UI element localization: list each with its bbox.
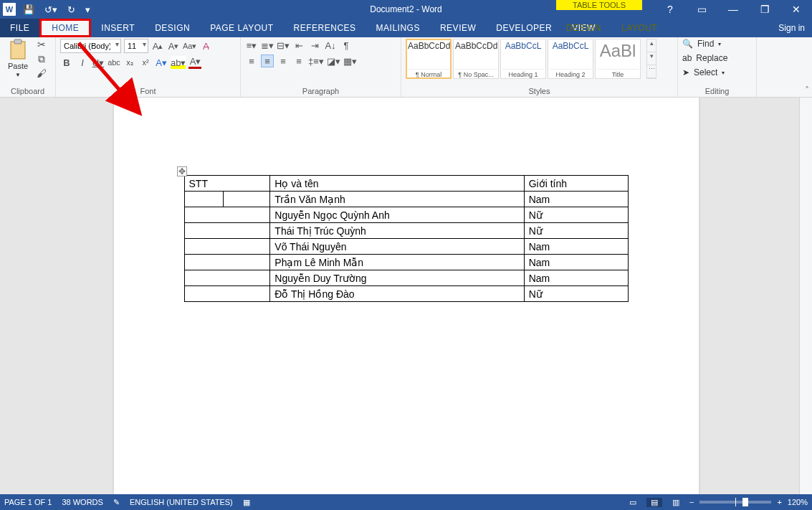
table-cell[interactable] xyxy=(184,270,270,286)
table-cell[interactable] xyxy=(184,239,270,255)
zoom-slider[interactable] xyxy=(699,501,771,504)
table-cell[interactable] xyxy=(184,255,270,270)
style-thumb[interactable]: AaBlTitle xyxy=(595,39,641,79)
style-gallery[interactable]: AaBbCcDd¶ NormalAaBbCcDd¶ No Spac...AaBb… xyxy=(406,39,641,79)
table-cell[interactable]: Phạm Lê Minh Mẫn xyxy=(270,255,524,270)
clear-formatting-icon[interactable]: A̶ xyxy=(199,39,212,52)
show-marks-icon[interactable]: ¶ xyxy=(340,39,353,52)
tab-table-design[interactable]: DESIGN xyxy=(556,19,611,37)
table-row[interactable]: Võ Thái NguyênNam xyxy=(184,239,628,255)
shrink-font-icon[interactable]: A▾ xyxy=(167,39,180,52)
ribbon-options-button[interactable]: ▭ xyxy=(692,4,712,15)
change-case-icon[interactable]: Aa▾ xyxy=(183,39,196,52)
justify-icon[interactable]: ≡ xyxy=(292,55,305,67)
table-cell[interactable]: Nam xyxy=(524,239,628,255)
table-cell[interactable]: Trần Văn Mạnh xyxy=(270,192,524,207)
status-proofing-icon[interactable]: ✎ xyxy=(113,498,120,507)
tab-mailings[interactable]: MAILINGS xyxy=(366,19,430,37)
increase-indent-icon[interactable]: ⇥ xyxy=(308,39,321,52)
table-cell[interactable] xyxy=(184,192,224,207)
select-button[interactable]: ➤Select▾ xyxy=(682,67,725,77)
zoom-in-button[interactable]: + xyxy=(777,498,781,506)
sign-in-link[interactable]: Sign in xyxy=(778,23,812,33)
align-center-icon[interactable]: ≡ xyxy=(261,55,274,67)
tab-developer[interactable]: DEVELOPER xyxy=(486,19,562,37)
status-page[interactable]: PAGE 1 OF 1 xyxy=(4,498,52,506)
vertical-scrollbar[interactable] xyxy=(799,98,812,494)
borders-icon[interactable]: ▦▾ xyxy=(343,55,357,67)
table-cell[interactable] xyxy=(184,286,270,302)
table-header-cell[interactable]: STT xyxy=(184,176,270,192)
font-size-select[interactable] xyxy=(124,39,148,53)
qat-customize-icon[interactable]: ▾ xyxy=(82,4,93,15)
style-gallery-more[interactable]: ▴▾⋯ xyxy=(646,39,656,79)
style-thumb[interactable]: AaBbCcDd¶ Normal xyxy=(406,39,452,79)
paste-button[interactable]: Paste ▼ xyxy=(4,39,32,78)
redo-icon[interactable]: ↻ xyxy=(65,4,78,15)
find-button[interactable]: 🔍Find▾ xyxy=(682,39,721,49)
subscript-button[interactable]: x₂ xyxy=(123,56,136,69)
help-button[interactable]: ? xyxy=(660,4,680,15)
numbering-icon[interactable]: ≣▾ xyxy=(261,39,274,52)
table-cell[interactable]: Nam xyxy=(524,255,628,270)
tab-design[interactable]: DESIGN xyxy=(145,19,200,37)
status-words[interactable]: 38 WORDS xyxy=(62,498,102,506)
style-thumb[interactable]: AaBbCcLHeading 2 xyxy=(548,39,593,79)
minimize-button[interactable]: — xyxy=(723,4,743,15)
status-language[interactable]: ENGLISH (UNITED STATES) xyxy=(130,498,233,506)
status-macro-icon[interactable]: ▦ xyxy=(243,498,250,507)
collapse-ribbon-icon[interactable]: ˄ xyxy=(805,85,809,95)
highlight-color-icon[interactable]: ab▾ xyxy=(171,56,186,69)
table-move-handle-icon[interactable]: ✥ xyxy=(177,166,187,176)
table-cell[interactable]: Nguyễn Duy Trường xyxy=(270,270,524,286)
table-cell[interactable]: Nguyễn Ngọc Quỳnh Anh xyxy=(270,207,524,223)
table-row[interactable]: Thái Thị Trúc QuỳnhNữ xyxy=(184,223,628,239)
style-thumb[interactable]: AaBbCcLHeading 1 xyxy=(500,39,546,79)
bullets-icon[interactable]: ≡▾ xyxy=(245,39,258,52)
copy-icon[interactable]: ⧉ xyxy=(36,53,47,65)
table-cell[interactable]: Nữ xyxy=(524,286,628,302)
font-name-select[interactable] xyxy=(60,39,121,53)
zoom-level[interactable]: 120% xyxy=(788,498,808,506)
table-cell[interactable] xyxy=(184,223,270,239)
multilevel-list-icon[interactable]: ⊟▾ xyxy=(277,39,290,52)
undo-icon[interactable]: ↺▾ xyxy=(42,4,60,15)
tab-table-layout[interactable]: LAYOUT xyxy=(611,19,667,37)
close-button[interactable]: ✕ xyxy=(786,4,806,15)
line-spacing-icon[interactable]: ‡≡▾ xyxy=(308,55,324,67)
table-header-cell[interactable]: Họ và tên xyxy=(270,176,524,192)
view-read-icon[interactable]: ▭ xyxy=(625,498,641,507)
decrease-indent-icon[interactable]: ⇤ xyxy=(292,39,305,52)
table-cell[interactable]: Nam xyxy=(524,270,628,286)
superscript-button[interactable]: x² xyxy=(139,56,152,69)
align-right-icon[interactable]: ≡ xyxy=(277,55,290,67)
table-cell[interactable] xyxy=(224,192,270,207)
style-thumb[interactable]: AaBbCcDd¶ No Spac... xyxy=(453,39,499,79)
save-icon[interactable]: 💾 xyxy=(20,4,37,15)
table-cell[interactable]: Nữ xyxy=(524,207,628,223)
table-row[interactable]: Nguyễn Duy TrườngNam xyxy=(184,270,628,286)
table-row[interactable]: Đỗ Thị Hồng ĐàoNữ xyxy=(184,286,628,302)
replace-button[interactable]: abReplace xyxy=(682,53,727,63)
grow-font-icon[interactable]: A▴ xyxy=(151,39,164,52)
table-cell[interactable]: Nữ xyxy=(524,223,628,239)
restore-button[interactable]: ❐ xyxy=(755,4,775,15)
zoom-out-button[interactable]: − xyxy=(689,498,694,506)
align-left-icon[interactable]: ≡ xyxy=(245,55,258,67)
table-row[interactable]: Phạm Lê Minh MẫnNam xyxy=(184,255,628,270)
tab-file[interactable]: FILE xyxy=(0,19,39,37)
view-print-icon[interactable]: ▤ xyxy=(646,498,662,507)
tab-review[interactable]: REVIEW xyxy=(430,19,486,37)
table-header-cell[interactable]: Giới tính xyxy=(524,176,628,192)
font-color-icon[interactable]: A▾ xyxy=(188,56,201,69)
tab-page-layout[interactable]: PAGE LAYOUT xyxy=(200,19,283,37)
table-cell[interactable]: Nam xyxy=(524,192,628,207)
document-table[interactable]: STTHọ và tênGiới tínhTrần Văn MạnhNamNgu… xyxy=(184,175,629,302)
strikethrough-button[interactable]: abc xyxy=(108,56,120,69)
text-effects-icon[interactable]: A▾ xyxy=(155,56,168,69)
page[interactable]: ✥ STTHọ và tênGiới tínhTrần Văn MạnhNamN… xyxy=(114,98,699,494)
table-row[interactable]: Trần Văn MạnhNam xyxy=(184,192,628,207)
document-area[interactable]: ✥ STTHọ và tênGiới tínhTrần Văn MạnhNamN… xyxy=(0,98,812,494)
italic-button[interactable]: I xyxy=(76,56,89,69)
table-cell[interactable] xyxy=(184,207,270,223)
